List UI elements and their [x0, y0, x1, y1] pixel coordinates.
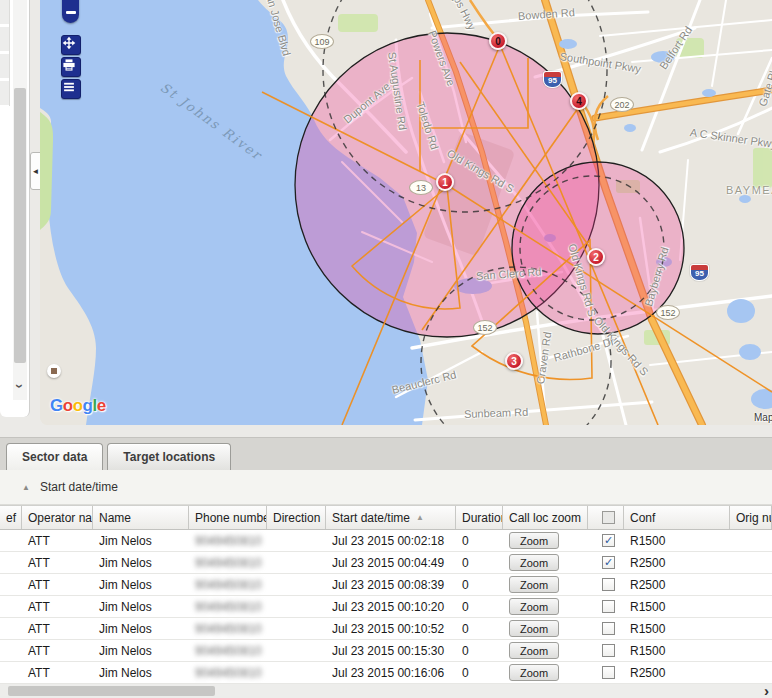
tab-target-locations[interactable]: Target locations: [107, 443, 231, 470]
call-loc-zoom-button[interactable]: Zoom: [509, 664, 559, 681]
cell-operator-name: ATT: [22, 574, 93, 595]
col-header-call-loc-zoom[interactable]: Call loc zoom: [503, 506, 588, 529]
cell-call-loc-zoom: Zoom: [503, 552, 588, 573]
table-row[interactable]: ATTJim Nelos9049450810Jul 23 2015 00:04:…: [0, 552, 772, 574]
interstate-shield-95: 95: [690, 264, 709, 281]
cell-conf: R2500: [624, 574, 730, 595]
col-header-start-date-time[interactable]: Start date/time▲: [326, 506, 456, 529]
map-canvas: [40, 0, 772, 425]
col-header-orig-number[interactable]: Orig number: [730, 506, 772, 529]
hscroll-thumb[interactable]: [8, 686, 215, 696]
table-row[interactable]: ATTJim Nelos9049450810Jul 23 2015 00:02:…: [0, 530, 772, 552]
cell-duration: 0: [456, 662, 503, 683]
print-icon: [62, 58, 76, 72]
call-loc-zoom-button[interactable]: Zoom: [509, 554, 559, 571]
cell-phone-number: 9049450810: [189, 552, 267, 573]
cell-direction: [267, 662, 326, 683]
cell-operator-name: ATT: [22, 662, 93, 683]
map-marker-0[interactable]: 0: [489, 32, 507, 50]
row-checkbox[interactable]: [602, 644, 615, 657]
call-loc-zoom-button[interactable]: Zoom: [509, 642, 559, 659]
cell-orig-number: [730, 662, 772, 683]
row-checkbox[interactable]: ✓: [602, 556, 615, 569]
map-marker-4[interactable]: 4: [570, 92, 588, 110]
scroll-down-icon[interactable]: ›: [13, 378, 27, 396]
table-row[interactable]: ATTJim Nelos9049450810Jul 23 2015 00:15:…: [0, 640, 772, 662]
grouping-band[interactable]: ▲ Start date/time: [0, 470, 772, 505]
col-header-ef[interactable]: ef: [0, 506, 22, 529]
map-marker-2[interactable]: 2: [587, 248, 605, 266]
row-checkbox[interactable]: ✓: [602, 534, 615, 547]
cell-conf: R1500: [624, 596, 730, 617]
left-panel-vertical-scrollbar[interactable]: ›: [13, 0, 27, 400]
cell-orig-number: [730, 596, 772, 617]
sort-ascending-icon: ▲: [416, 513, 424, 522]
col-header-blank[interactable]: [588, 506, 624, 529]
cell-orig-number: [730, 640, 772, 661]
cell-select: ✓: [588, 530, 624, 551]
col-header-duration[interactable]: Duration: [456, 506, 503, 529]
cell-direction: [267, 530, 326, 551]
zoom-out-control[interactable]: [62, 0, 79, 23]
table-row[interactable]: ATTJim Nelos9049450810Jul 23 2015 00:16:…: [0, 662, 772, 684]
cell-conf: R1500: [624, 530, 730, 551]
cell-call-loc-zoom: Zoom: [503, 640, 588, 661]
select-all-checkbox[interactable]: [602, 511, 615, 524]
cell-name: Jim Nelos: [93, 640, 189, 661]
table-row[interactable]: ATTJim Nelos9049450810Jul 23 2015 00:08:…: [0, 574, 772, 596]
row-checkbox[interactable]: [602, 578, 615, 591]
phone-number-redacted: 9049450810: [195, 666, 262, 680]
col-header-operator-name[interactable]: Operator name: [22, 506, 93, 529]
call-loc-zoom-button[interactable]: Zoom: [509, 598, 559, 615]
scroll-right-icon[interactable]: ›: [764, 682, 769, 698]
map-panel[interactable]: St Johns RiverSan Jose BlvdPhilips HwyPo…: [40, 0, 772, 425]
collapse-group-icon[interactable]: ▲: [22, 483, 30, 492]
col-header-phone-number[interactable]: Phone number: [189, 506, 267, 529]
collapse-left-icon: ◄: [32, 167, 40, 176]
row-checkbox[interactable]: [602, 600, 615, 613]
row-checkbox[interactable]: [602, 666, 615, 679]
cell-phone-number: 9049450810: [189, 618, 267, 639]
col-header-name[interactable]: Name: [93, 506, 189, 529]
cell-conf: R2500: [624, 552, 730, 573]
left-panel-grid-remnant: [0, 0, 10, 106]
cell-direction: [267, 552, 326, 573]
phone-number-redacted: 9049450810: [195, 600, 262, 614]
map-marker-3[interactable]: 3: [505, 352, 523, 370]
call-loc-zoom-button[interactable]: Zoom: [509, 620, 559, 637]
cell-ef: [0, 640, 22, 661]
cell-conf: R1500: [624, 640, 730, 661]
cell-select: [588, 574, 624, 595]
cell-direction: [267, 574, 326, 595]
cell-duration: 0: [456, 596, 503, 617]
cell-phone-number: 9049450810: [189, 596, 267, 617]
poi-marker[interactable]: [47, 364, 61, 378]
call-loc-zoom-button[interactable]: Zoom: [509, 576, 559, 593]
cell-operator-name: ATT: [22, 552, 93, 573]
cell-call-loc-zoom: Zoom: [503, 574, 588, 595]
horizontal-scrollbar[interactable]: ›: [0, 684, 772, 698]
cell-ef: [0, 552, 22, 573]
tab-sector-data[interactable]: Sector data: [6, 443, 103, 470]
table-row[interactable]: ATTJim Nelos9049450810Jul 23 2015 00:10:…: [0, 618, 772, 640]
pan-tool-button[interactable]: [61, 35, 81, 55]
table-row[interactable]: ATTJim Nelos9049450810Jul 23 2015 00:10:…: [0, 596, 772, 618]
cell-direction: [267, 596, 326, 617]
cell-direction: [267, 618, 326, 639]
row-checkbox[interactable]: [602, 622, 615, 635]
cell-name: Jim Nelos: [93, 596, 189, 617]
col-header-conf[interactable]: Conf: [624, 506, 730, 529]
print-map-button[interactable]: [61, 57, 81, 77]
cell-phone-number: 9049450810: [189, 640, 267, 661]
cell-call-loc-zoom: Zoom: [503, 662, 588, 683]
app-window: › ◄: [0, 0, 772, 698]
cell-operator-name: ATT: [22, 640, 93, 661]
minus-icon: [66, 11, 76, 14]
col-header-direction[interactable]: Direction: [267, 506, 326, 529]
vscroll-thumb[interactable]: [14, 88, 26, 363]
google-logo: Google: [50, 396, 106, 416]
layers-list-button[interactable]: [61, 79, 81, 99]
call-loc-zoom-button[interactable]: Zoom: [509, 532, 559, 549]
cell-select: [588, 640, 624, 661]
map-marker-1[interactable]: 1: [436, 173, 454, 191]
